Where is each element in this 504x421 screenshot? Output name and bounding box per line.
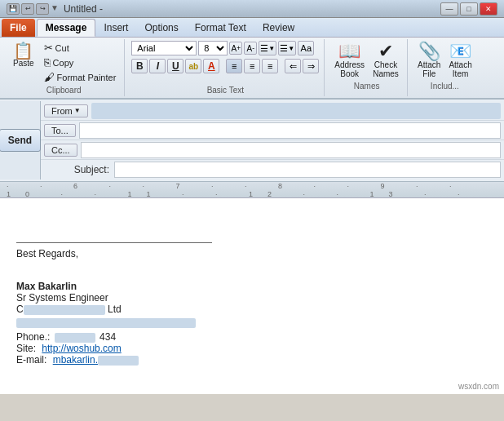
sig-site-row: Site: http://woshub.com [16, 343, 488, 354]
from-dropdown-icon: ▼ [74, 107, 81, 114]
cut-label: Cut [55, 43, 69, 53]
paste-label: Paste [13, 59, 34, 69]
tab-file[interactable]: File [2, 19, 35, 37]
subject-input[interactable] [114, 162, 501, 178]
basic-text-group: Arial 8 A+ A- ☰▼ ☰▼ Aa B I U ab A ≡ ≡ [126, 39, 325, 96]
clipboard-small-buttons: ✂ Cut ⎘ Copy 🖌 Format Painter [41, 41, 120, 84]
subject-row: Subject: [41, 160, 504, 179]
to-row: To... [41, 121, 504, 140]
address-blurred [16, 318, 196, 328]
redo-icon[interactable]: ↪ [36, 3, 49, 15]
sig-email-row: E-mail: mbakarlin. [16, 354, 488, 366]
to-button[interactable]: To... [44, 124, 76, 137]
cc-input[interactable] [81, 142, 501, 158]
site-link[interactable]: http://woshub.com [42, 343, 121, 354]
attach-file-button[interactable]: 📎 Attach File [414, 41, 444, 80]
clipboard-group: 📋 Paste ✂ Cut ⎘ Copy 🖌 Format Painter C [3, 39, 125, 96]
attach-item-button[interactable]: 📧 Attach Item [445, 41, 475, 80]
tab-format-text[interactable]: Format Text [187, 19, 254, 37]
email-body[interactable]: Best Regards, Max Bakarlin Sr Systems En… [0, 198, 504, 394]
maximize-button[interactable]: □ [460, 2, 478, 16]
dropdown-arrow-icon[interactable]: ▼ [51, 3, 59, 15]
tab-options[interactable]: Options [136, 19, 186, 37]
watermark: wsxdn.com [458, 382, 499, 391]
email-header: Send From ▼ To... Cc... [0, 100, 504, 182]
special-format-button[interactable]: Aa [298, 41, 314, 55]
ribbon: 📋 Paste ✂ Cut ⎘ Copy 🖌 Format Painter C [0, 38, 504, 100]
underline-button[interactable]: U [167, 59, 183, 73]
include-group: 📎 Attach File 📧 Attach Item Includ... [409, 39, 480, 96]
company-suffix: Ltd [105, 304, 122, 315]
cc-button[interactable]: Cc... [44, 144, 77, 157]
names-label: Names [331, 82, 402, 92]
font-size-select[interactable]: 8 [198, 41, 228, 55]
to-input[interactable] [79, 122, 501, 139]
paste-icon: 📋 [13, 42, 33, 59]
check-names-button[interactable]: ✔ Check Names [369, 41, 402, 80]
bold-button[interactable]: B [131, 59, 148, 73]
phone-blurred [55, 333, 95, 343]
format-painter-button[interactable]: 🖌 Format Painter [41, 70, 120, 84]
copy-label: Copy [53, 58, 74, 68]
highlight-button[interactable]: ab [185, 59, 201, 73]
email-blurred [98, 356, 139, 366]
align-left-button[interactable]: ≡ [226, 59, 242, 73]
attach-file-label: Attach File [418, 60, 440, 78]
font-grow-button[interactable]: A+ [229, 42, 242, 55]
sig-name: Max Bakarlin [16, 281, 488, 292]
attach-buttons: 📎 Attach File 📧 Attach Item [414, 41, 475, 80]
italic-button[interactable]: I [149, 59, 166, 73]
minimize-button[interactable]: — [440, 2, 458, 16]
format-painter-icon: 🖌 [44, 71, 55, 83]
indent-decrease-button[interactable]: ⇐ [285, 59, 301, 73]
sig-address [16, 317, 488, 328]
align-right-button[interactable]: ≡ [262, 59, 278, 73]
from-button[interactable]: From ▼ [44, 104, 88, 117]
sig-company: C Ltd [16, 304, 488, 315]
ruler: · 1 · · 2 · · 3 · · 4 · · 5 · · 6 · · 7 … [0, 182, 504, 198]
attach-file-icon: 📎 [418, 42, 440, 60]
check-names-icon: ✔ [378, 42, 393, 60]
names-buttons: 📖 Address Book ✔ Check Names [331, 41, 402, 80]
list-options-button[interactable]: ☰▼ [259, 41, 276, 55]
company-prefix: C [16, 304, 24, 315]
company-blurred [24, 305, 105, 315]
sig-phone-row: Phone.: 434 [16, 331, 488, 343]
check-names-label: Check Names [373, 60, 399, 78]
paste-button[interactable]: 📋 Paste [8, 41, 39, 70]
clipboard-label: Clipboard [8, 86, 119, 96]
quick-access-icons: 💾 ↩ ↪ ▼ [7, 3, 59, 15]
tab-review[interactable]: Review [254, 19, 303, 37]
save-icon[interactable]: 💾 [7, 3, 20, 15]
font-shrink-button[interactable]: A- [244, 42, 257, 55]
indent-increase-button[interactable]: ⇒ [303, 59, 319, 73]
email-label: E-mail: [16, 354, 46, 366]
include-label: Includ... [414, 82, 475, 92]
email-header-inner: Send From ▼ To... Cc... [0, 101, 504, 179]
send-button[interactable]: Send [0, 129, 41, 152]
copy-button[interactable]: ⎘ Copy [41, 55, 120, 69]
font-family-select[interactable]: Arial [131, 41, 197, 55]
address-book-label: Address Book [334, 60, 365, 78]
names-group: 📖 Address Book ✔ Check Names Names [326, 39, 408, 96]
list-indent-button[interactable]: ☰▼ [278, 41, 296, 55]
email-link[interactable]: mbakarlin. [53, 354, 98, 366]
undo-icon[interactable]: ↩ [21, 3, 34, 15]
close-button[interactable]: ✕ [480, 2, 497, 16]
sig-title: Sr Systems Engineer [16, 292, 488, 304]
tab-message[interactable]: Message [37, 19, 96, 37]
from-label: From [51, 106, 73, 116]
site-label: Site: [16, 343, 36, 354]
attach-item-label: Attach Item [449, 60, 471, 78]
tab-insert[interactable]: Insert [95, 19, 136, 37]
attach-item-icon: 📧 [449, 42, 471, 60]
font-color-button[interactable]: A [203, 59, 219, 73]
window-title: Untitled - [64, 3, 440, 15]
cut-button[interactable]: ✂ Cut [41, 41, 120, 55]
best-regards-line: Best Regards, [16, 248, 488, 259]
ruler-content: · 1 · · 2 · · 3 · · 4 · · 5 · · 6 · · 7 … [3, 182, 501, 198]
address-book-button[interactable]: 📖 Address Book [331, 41, 368, 80]
blank-line [16, 266, 488, 277]
from-value-blurred [91, 103, 501, 119]
align-center-button[interactable]: ≡ [244, 59, 260, 73]
